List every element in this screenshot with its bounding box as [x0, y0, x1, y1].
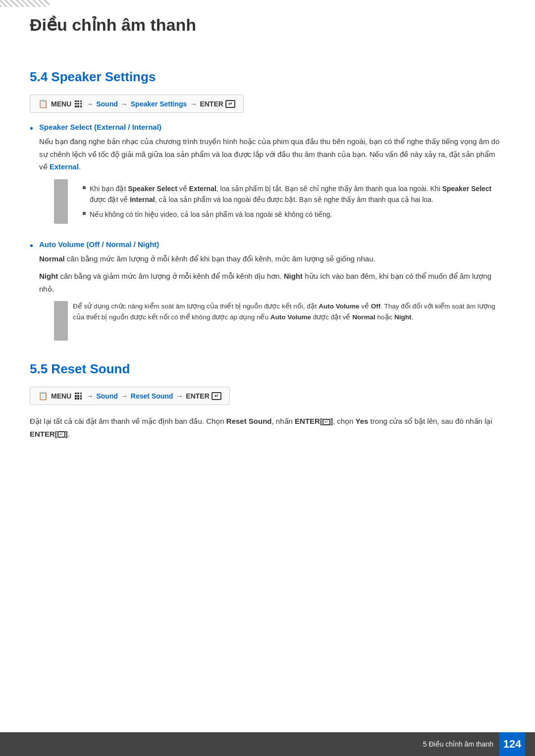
- speaker-select-label: Speaker Select: [39, 123, 92, 131]
- yes-bold: Yes: [356, 417, 369, 425]
- bullet-speaker-select: • Speaker Select (External / Internal) N…: [30, 123, 505, 230]
- sub-bullet-list-1: Khi bạn đặt Speaker Select về External, …: [83, 183, 505, 220]
- section-5-4-heading: 5.4 Speaker Settings: [30, 69, 505, 85]
- auto-volume-note: Để sử dụng chức năng kiểm soát âm lượng …: [73, 301, 505, 323]
- reset-sound-body: Đặt lại tất cả cài đặt âm thanh về mặc đ…: [30, 415, 505, 440]
- bullet-content-auto-volume: Auto Volume (Off / Normal / Night) Norma…: [39, 240, 505, 347]
- external-highlight: External: [50, 162, 79, 171]
- arrow-2-5-5: →: [121, 392, 128, 400]
- arrow-1-5-4: →: [86, 100, 93, 108]
- bullet-dot-2: •: [30, 239, 33, 252]
- auto-volume-label: Auto Volume: [39, 240, 84, 249]
- menu-label-5-5: MENU: [51, 392, 71, 400]
- menu-path-5-5: 📋 MENU → Sound → Reset Sound →: [30, 387, 230, 405]
- sub-bullet-square-1: [83, 186, 86, 189]
- sub-bullet-square-2: [83, 212, 86, 215]
- arrow-3-5-4: →: [190, 100, 197, 108]
- section-5-5: 5.5 Reset Sound 📋 MENU → Sound: [30, 361, 505, 440]
- slash-2: /: [100, 240, 106, 249]
- bullet-item-auto-volume: • Auto Volume (Off / Normal / Night) Nor…: [30, 240, 505, 347]
- top-stripe: [0, 0, 50, 7]
- bullet-title-auto-volume: Auto Volume (Off / Normal / Night): [39, 240, 505, 249]
- sub-bullet-text-1: Khi bạn đặt Speaker Select về External, …: [90, 183, 505, 205]
- enter-bold-close-2: ]: [65, 430, 68, 438]
- internal-label: Internal: [132, 123, 159, 131]
- night-strong-2: Night: [284, 272, 303, 280]
- path-sound-5-4: Sound: [96, 100, 118, 108]
- enter-label-5-5: ENTER: [186, 392, 209, 400]
- enter-icon-5-4: ↵: [225, 100, 235, 108]
- sub-bullet-item-1: Khi bạn đặt Speaker Select về External, …: [83, 183, 505, 205]
- speaker-select-body: Nếu bạn đang nghe bản nhạc của chương tr…: [39, 135, 505, 173]
- night-label: Night: [138, 240, 157, 249]
- section-5-4: 5.4 Speaker Settings 📋 MENU: [30, 69, 505, 347]
- bullet-content-speaker-select: Speaker Select (External / Internal) Nếu…: [39, 123, 505, 230]
- page-title-section: Điều chỉnh âm thanh: [0, 0, 535, 45]
- sub-bullet-item-2: Nếu không có tín hiệu video, cả loa sản …: [83, 209, 505, 220]
- normal-bold: Normal: [352, 313, 375, 321]
- night-strong: Night: [39, 272, 58, 280]
- path-destination-5-5: Reset Sound: [131, 392, 173, 400]
- external-label: External: [97, 123, 126, 131]
- night-bold: Night: [394, 313, 412, 321]
- footer: 5 Điều chỉnh âm thanh 124: [0, 732, 535, 756]
- menu-book-icon: 📋: [38, 99, 48, 108]
- bullet-item-speaker-select: • Speaker Select (External / Internal) N…: [30, 123, 505, 230]
- enter-bold-close-1: ]: [330, 417, 333, 425]
- reset-sound-bold: Reset Sound: [226, 417, 272, 425]
- slash-1: /: [126, 123, 132, 131]
- close-paren-2: ): [157, 240, 159, 249]
- enter-bold: ENTER[: [295, 417, 322, 425]
- menu-label-5-4: MENU: [51, 100, 71, 108]
- note-sidebar-1: [54, 179, 68, 224]
- enter-icon-5-5: ↵: [212, 392, 221, 400]
- bullet-auto-volume: • Auto Volume (Off / Normal / Night) Nor…: [30, 240, 505, 347]
- enter-icon-inline-1: ↵: [322, 419, 330, 425]
- section-5-5-heading: 5.5 Reset Sound: [30, 361, 505, 377]
- note-box-auto-volume: Để sử dụng chức năng kiểm soát âm lượng …: [54, 301, 505, 341]
- arrow-3-5-5: →: [176, 392, 183, 400]
- auto-volume-body2: Night cân bằng và giảm mức âm lượng ở mỗ…: [39, 270, 505, 295]
- close-paren-1: ): [159, 123, 161, 131]
- note-content-speaker-select: Khi bạn đặt Speaker Select về External, …: [73, 179, 505, 224]
- off-label: Off: [89, 240, 100, 249]
- bullet-title-speaker-select: Speaker Select (External / Internal): [39, 123, 505, 131]
- enter-icon-inline-2: ↵: [57, 431, 65, 438]
- note-content-auto-volume: Để sử dụng chức năng kiểm soát âm lượng …: [73, 301, 505, 323]
- menu-path-5-4: 📋 MENU → Sound → Speaker Settings: [30, 95, 244, 113]
- auto-volume-bold-2: Auto Volume: [270, 313, 311, 321]
- bullet-dot-1: •: [30, 122, 33, 135]
- note-sidebar-2: [54, 301, 68, 341]
- arrow-1-5-5: →: [86, 392, 93, 400]
- auto-volume-body1: Normal cân bằng mức âm lượng ở mỗi kênh …: [39, 252, 505, 265]
- slash-3: /: [131, 240, 138, 249]
- enter-bold-2: ENTER[: [30, 430, 57, 438]
- arrow-2-5-4: →: [121, 100, 128, 108]
- normal-label: Normal: [106, 240, 132, 249]
- sub-bullet-text-2: Nếu không có tín hiệu video, cả loa sản …: [90, 209, 332, 220]
- footer-page-number: 124: [499, 732, 525, 756]
- page-wrapper: Điều chỉnh âm thanh 5.4 Speaker Settings…: [0, 0, 535, 756]
- footer-text: 5 Điều chỉnh âm thanh: [423, 740, 493, 748]
- off-bold: Off: [371, 302, 381, 310]
- path-destination-5-4: Speaker Settings: [131, 100, 187, 108]
- auto-volume-bold-1: Auto Volume: [319, 302, 359, 310]
- normal-strong: Normal: [39, 254, 65, 263]
- note-box-speaker-select: Khi bạn đặt Speaker Select về External, …: [54, 179, 505, 224]
- page-title: Điều chỉnh âm thanh: [30, 15, 505, 35]
- menu-book-icon-2: 📋: [38, 391, 48, 401]
- grid-icon-5-5: [75, 393, 82, 400]
- grid-icon-5-4: [75, 101, 82, 107]
- path-sound-5-5: Sound: [96, 392, 118, 400]
- enter-label-5-4: ENTER: [200, 100, 223, 108]
- content-area: 5.4 Speaker Settings 📋 MENU: [0, 45, 535, 485]
